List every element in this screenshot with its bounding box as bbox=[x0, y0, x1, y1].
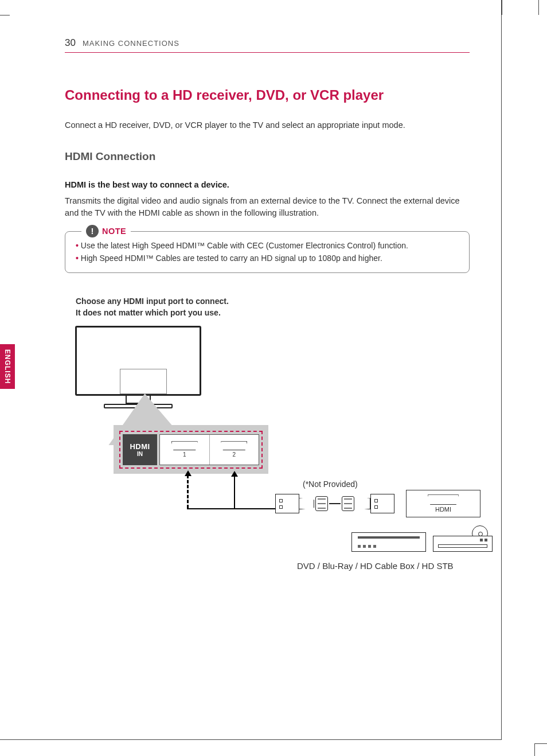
cable-shaft bbox=[299, 498, 314, 509]
caption-line: Choose any HDMI input port to connect. bbox=[76, 296, 229, 307]
connection-diagram: Choose any HDMI input port to connect. I… bbox=[65, 296, 470, 594]
hdmi-out-label: HDMI bbox=[435, 506, 451, 513]
tv-screen bbox=[75, 326, 201, 396]
hdmi-in-label: HDMI IN bbox=[123, 434, 157, 465]
intro-text: Connect a HD receiver, DVD, or VCR playe… bbox=[65, 119, 470, 131]
not-provided-label: (*Not Provided) bbox=[303, 480, 358, 489]
cable-plug-icon bbox=[275, 494, 299, 513]
hdmi-logo-icon: HDMI bbox=[130, 442, 150, 451]
arrow-dashed bbox=[187, 475, 189, 508]
crop-mark bbox=[538, 0, 539, 15]
cable-ferrite bbox=[342, 496, 354, 511]
hdmi-cable bbox=[275, 494, 394, 513]
hdmi-port-1: 1 bbox=[160, 435, 210, 465]
cable-box-icon bbox=[351, 532, 426, 552]
header-section: MAKING CONNECTIONS bbox=[83, 39, 179, 48]
section-title: Connecting to a HD receiver, DVD, or VCR… bbox=[65, 87, 470, 103]
page: ENGLISH 30 MAKING CONNECTIONS Connecting… bbox=[0, 0, 502, 740]
crop-corner bbox=[534, 743, 547, 756]
cable-shaft bbox=[355, 498, 370, 509]
port-number: 2 bbox=[232, 451, 236, 458]
emphasis-line: HDMI is the best way to connect a device… bbox=[65, 180, 470, 189]
arrow-connector bbox=[187, 508, 286, 509]
hdmi-slot-icon bbox=[171, 441, 198, 450]
cable-plug-icon bbox=[370, 494, 394, 513]
hdmi-port-2: 2 bbox=[210, 435, 259, 465]
devices-label: DVD / Blu-Ray / HD Cable Box / HD STB bbox=[297, 561, 454, 571]
note-box: ! NOTE Use the latest High Speed HDMI™ C… bbox=[65, 231, 470, 273]
dvd-player-icon bbox=[433, 536, 493, 552]
page-number: 30 bbox=[65, 37, 76, 49]
subheading: HDMI Connection bbox=[65, 150, 470, 163]
body-text: Transmits the digital video and audio si… bbox=[65, 195, 470, 219]
hdmi-slot-icon bbox=[221, 441, 247, 450]
diagram-caption: Choose any HDMI input port to connect. I… bbox=[76, 296, 229, 318]
arrow-solid bbox=[234, 476, 235, 509]
page-header: 30 MAKING CONNECTIONS bbox=[0, 37, 501, 53]
hdmi-input-panel: HDMI IN 1 2 bbox=[114, 425, 268, 474]
hdmi-in-text: IN bbox=[137, 451, 143, 457]
crop-mark bbox=[502, 0, 502, 15]
hdmi-panel-inner: HDMI IN 1 2 bbox=[119, 431, 263, 469]
language-tab: ENGLISH bbox=[0, 344, 15, 389]
hdmi-slot-icon bbox=[428, 494, 459, 505]
hdmi-ports: 1 2 bbox=[159, 434, 259, 465]
caption-line: It does not matter which port you use. bbox=[76, 307, 229, 319]
exclamation-icon: ! bbox=[86, 225, 99, 237]
note-label: NOTE bbox=[102, 227, 126, 236]
note-header: ! NOTE bbox=[81, 225, 131, 237]
port-number: 1 bbox=[183, 451, 186, 458]
hdmi-output-port: HDMI bbox=[406, 490, 480, 517]
source-devices bbox=[351, 532, 493, 552]
cable-wire bbox=[329, 503, 341, 504]
content: Connecting to a HD receiver, DVD, or VCR… bbox=[0, 87, 501, 594]
note-item: High Speed HDMI™ Cables are tested to ca… bbox=[76, 252, 459, 265]
note-item: Use the latest High Speed HDMI™ Cable wi… bbox=[76, 240, 459, 252]
cable-ferrite bbox=[315, 496, 328, 511]
